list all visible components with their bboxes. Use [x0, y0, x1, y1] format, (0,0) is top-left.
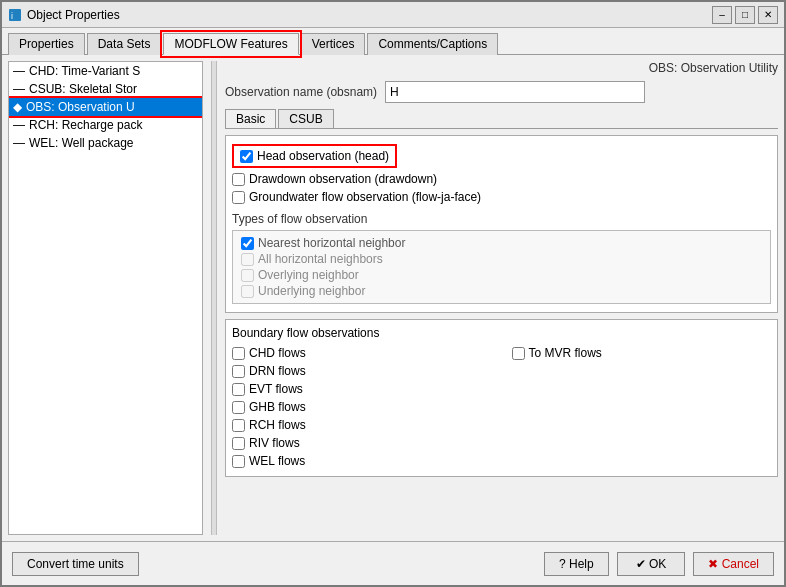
window-icon: i	[8, 8, 22, 22]
head-obs-row: Head observation (head)	[232, 142, 771, 170]
svg-text:i: i	[11, 11, 13, 21]
obs-name-label: Observation name (obsnam)	[225, 85, 377, 99]
main-window: i Object Properties – □ ✕ Properties Dat…	[0, 0, 786, 587]
flow-type-all-horiz: All horizontal neighbors	[241, 251, 762, 267]
gwflow-row: Groundwater flow observation (flow-ja-fa…	[232, 188, 771, 206]
tab-bar: Properties Data Sets MODFLOW Features Ve…	[2, 28, 784, 55]
flow-underlying-checkbox[interactable]	[241, 285, 254, 298]
drawdown-row: Drawdown observation (drawdown)	[232, 170, 771, 188]
tab-comments[interactable]: Comments/Captions	[367, 33, 498, 55]
sub-tab-csub[interactable]: CSUB	[278, 109, 333, 128]
boundary-left-col: CHD flows DRN flows EVT flows GHB f	[232, 344, 492, 470]
tab-modflow-features[interactable]: MODFLOW Features	[163, 33, 298, 55]
obs-name-row: Observation name (obsnam)	[225, 81, 778, 103]
flow-all-horiz-checkbox[interactable]	[241, 253, 254, 266]
boundary-header: Boundary flow observations	[232, 326, 771, 340]
sub-tab-bar: Basic CSUB	[225, 109, 778, 129]
minimize-button[interactable]: –	[712, 6, 732, 24]
main-content: — CHD: Time-Variant S — CSUB: Skeletal S…	[2, 55, 784, 541]
drawdown-label: Drawdown observation (drawdown)	[249, 172, 437, 186]
head-obs-label: Head observation (head)	[257, 149, 389, 163]
flow-overlying-checkbox[interactable]	[241, 269, 254, 282]
sub-tab-basic[interactable]: Basic	[225, 109, 276, 128]
boundary-tomvr: To MVR flows	[512, 344, 772, 362]
flow-types-box: Nearest horizontal neighbor All horizont…	[232, 230, 771, 304]
window-title: Object Properties	[27, 8, 712, 22]
obs-types-section: Head observation (head) Drawdown observa…	[225, 135, 778, 313]
boundary-right-col: To MVR flows	[512, 344, 772, 470]
tree-item-obs[interactable]: ◆ OBS: Observation U	[9, 98, 202, 116]
boundary-evt: EVT flows	[232, 380, 492, 398]
boundary-grid: CHD flows DRN flows EVT flows GHB f	[232, 344, 771, 470]
drawdown-checkbox[interactable]	[232, 173, 245, 186]
boundary-drn: DRN flows	[232, 362, 492, 380]
flow-type-overlying: Overlying neighbor	[241, 267, 762, 283]
tree-panel: — CHD: Time-Variant S — CSUB: Skeletal S…	[8, 61, 203, 535]
maximize-button[interactable]: □	[735, 6, 755, 24]
head-obs-highlighted: Head observation (head)	[232, 144, 397, 168]
bottom-right-buttons: ? Help ✔ OK ✖ Cancel	[544, 552, 774, 576]
tab-vertices[interactable]: Vertices	[301, 33, 366, 55]
boundary-section: Boundary flow observations CHD flows DRN…	[225, 319, 778, 477]
chd-checkbox[interactable]	[232, 347, 245, 360]
boundary-chd: CHD flows	[232, 344, 492, 362]
flow-obs-container: Types of flow observation Nearest horizo…	[232, 212, 771, 304]
gwflow-checkbox[interactable]	[232, 191, 245, 204]
ghb-checkbox[interactable]	[232, 401, 245, 414]
right-panel: OBS: Observation Utility Observation nam…	[225, 61, 778, 535]
title-bar: i Object Properties – □ ✕	[2, 2, 784, 28]
ok-button[interactable]: ✔ OK	[617, 552, 686, 576]
wel-checkbox[interactable]	[232, 455, 245, 468]
boundary-riv: RIV flows	[232, 434, 492, 452]
tomvr-checkbox[interactable]	[512, 347, 525, 360]
riv-checkbox[interactable]	[232, 437, 245, 450]
tree-item-rch[interactable]: — RCH: Recharge pack	[9, 116, 202, 134]
head-obs-checkbox[interactable]	[240, 150, 253, 163]
gwflow-label: Groundwater flow observation (flow-ja-fa…	[249, 190, 481, 204]
panel-divider[interactable]	[211, 61, 217, 535]
flow-type-underlying: Underlying neighbor	[241, 283, 762, 299]
boundary-wel: WEL flows	[232, 452, 492, 470]
obs-name-input[interactable]	[385, 81, 645, 103]
drn-checkbox[interactable]	[232, 365, 245, 378]
tab-properties[interactable]: Properties	[8, 33, 85, 55]
tree-item-csub[interactable]: — CSUB: Skeletal Stor	[9, 80, 202, 98]
boundary-rch: RCH flows	[232, 416, 492, 434]
bottom-bar: Convert time units ? Help ✔ OK ✖ Cancel	[2, 541, 784, 585]
close-button[interactable]: ✕	[758, 6, 778, 24]
flow-nearest-checkbox[interactable]	[241, 237, 254, 250]
help-button[interactable]: ? Help	[544, 552, 609, 576]
window-controls: – □ ✕	[712, 6, 778, 24]
tree-item-wel[interactable]: — WEL: Well package	[9, 134, 202, 152]
convert-time-button[interactable]: Convert time units	[12, 552, 139, 576]
cancel-button[interactable]: ✖ Cancel	[693, 552, 774, 576]
rch-checkbox[interactable]	[232, 419, 245, 432]
tree-item-chd[interactable]: — CHD: Time-Variant S	[9, 62, 202, 80]
flow-obs-header: Types of flow observation	[232, 212, 771, 226]
flow-type-nearest: Nearest horizontal neighbor	[241, 235, 762, 251]
tab-datasets[interactable]: Data Sets	[87, 33, 162, 55]
boundary-ghb: GHB flows	[232, 398, 492, 416]
panel-header: OBS: Observation Utility	[225, 61, 778, 75]
evt-checkbox[interactable]	[232, 383, 245, 396]
